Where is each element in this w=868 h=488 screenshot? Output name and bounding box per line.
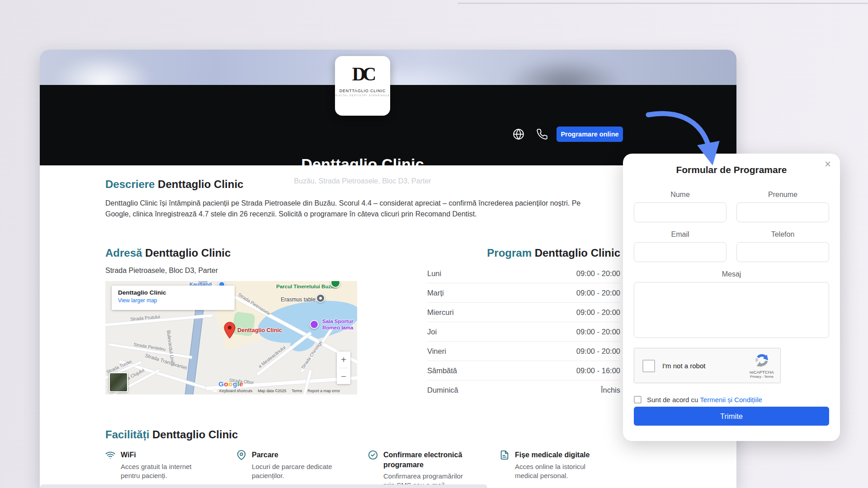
- mesaj-label: Mesaj: [623, 270, 840, 278]
- schedule-time: 09:00 - 20:00: [576, 328, 620, 336]
- programare-online-button[interactable]: Programare online: [557, 127, 623, 142]
- recaptcha-widget: I'm not a robot reCAPTCHA Privacy - Term…: [634, 348, 781, 383]
- map-attribution: Keyboard shortcuts Map data ©2025 Terms …: [219, 389, 340, 393]
- recaptcha-label: I'm not a robot: [662, 362, 705, 370]
- map-terms-link[interactable]: Terms: [292, 389, 302, 393]
- poi-label-erasmus: Erasmus table: [281, 296, 316, 303]
- facility-desc: Acces online la istoricul medical person…: [515, 462, 597, 481]
- schedule-heading-name: Denttaglio Clinic: [535, 247, 620, 259]
- prenume-label: Prenume: [736, 191, 829, 199]
- terms-checkbox[interactable]: [634, 396, 642, 404]
- map-overlay-card: Denttaglio Clinic View larger map: [112, 286, 235, 310]
- schedule-heading: Program Denttaglio Clinic: [427, 247, 620, 259]
- schedule-time: 09:00 - 20:00: [576, 308, 620, 317]
- description-text: Denttaglio Clinic își întâmpină pacienți…: [105, 198, 606, 220]
- schedule-row: Vineri09:00 - 20:00: [427, 342, 620, 361]
- map-overlay-title: Denttaglio Clinic: [118, 289, 228, 296]
- recaptcha-logo-icon: [754, 352, 769, 367]
- clinic-logo: DC DENTTAGLIO CLINIC DIGITAL DENTISTRY E…: [335, 56, 390, 116]
- schedule-heading-accent: Program: [487, 247, 532, 259]
- schedule-day: Sâmbătă: [427, 366, 457, 375]
- poi-label-park: Parcul Tineretului Buzău: [276, 284, 337, 289]
- schedule-table: Luni09:00 - 20:00 Marți09:00 - 20:00 Mie…: [427, 264, 620, 400]
- globe-icon[interactable]: [513, 128, 524, 140]
- wifi-icon: [105, 450, 115, 460]
- telefon-input[interactable]: [736, 242, 829, 262]
- recaptcha-checkbox[interactable]: [642, 360, 655, 372]
- map-data-text: Map data ©2025: [258, 389, 286, 393]
- clinic-marker-label: Denttaglio Clinic: [237, 327, 282, 333]
- email-input[interactable]: [634, 242, 726, 262]
- terms-link[interactable]: Termenii și Condițiile: [700, 396, 762, 404]
- facility-fise: Fișe medicale digitale Acces online la i…: [500, 450, 597, 480]
- modal-title: Formular de Programare: [623, 164, 840, 175]
- facility-parcare: Parcare Locuri de parcare dedicate pacie…: [236, 450, 356, 480]
- schedule-day: Vineri: [427, 347, 446, 356]
- facility-title: Fișe medicale digitale: [515, 450, 597, 460]
- facility-confirmare: Confirmare electronică programare Confir…: [368, 450, 467, 488]
- address-heading-name: Denttaglio Clinic: [145, 247, 231, 259]
- nume-label: Nume: [634, 191, 726, 199]
- facility-title: Confirmare electronică programare: [383, 450, 467, 469]
- facility-wifi: WiFi Acces gratuit la internet pentru pa…: [105, 450, 200, 480]
- map-satellite-toggle[interactable]: [109, 372, 128, 392]
- clinic-map-pin-icon[interactable]: [224, 322, 236, 339]
- terms-consent-row: Sunt de acord cu Termenii și Condițiile: [634, 396, 762, 404]
- facilities-heading-accent: Facilități: [105, 428, 149, 441]
- keyboard-shortcuts-link[interactable]: Keyboard shortcuts: [219, 389, 252, 393]
- poi-label-sala: Sala Sportur Romeo Iama: [322, 318, 353, 331]
- facility-desc: Locuri de parcare dedicate pacienților.: [252, 462, 356, 481]
- facilities-heading: Facilități Denttaglio Clinic: [105, 428, 238, 441]
- address-heading-accent: Adresă: [105, 247, 142, 259]
- nume-input[interactable]: [634, 202, 726, 222]
- report-map-error-link[interactable]: Report a map error: [307, 389, 340, 393]
- google-map-embed[interactable]: Strada Prutului Strada Pietroasele Strad…: [105, 281, 357, 394]
- schedule-row: Luni09:00 - 20:00: [427, 264, 620, 283]
- address-line: Strada Pietroasele, Bloc D3, Parter: [105, 267, 218, 275]
- description-heading-accent: Descriere: [105, 178, 155, 190]
- schedule-day: Joi: [427, 328, 437, 336]
- logo-monogram: DC: [335, 63, 390, 85]
- schedule-time: 09:00 - 16:00: [576, 366, 620, 375]
- schedule-row: DuminicăÎnchis: [427, 380, 620, 400]
- map-pin-icon: [236, 450, 246, 460]
- schedule-row: Marți09:00 - 20:00: [427, 283, 620, 303]
- recaptcha-brand: reCAPTCHA Privacy - Terms: [749, 352, 775, 379]
- google-logo: Google: [218, 380, 243, 388]
- schedule-row: Miercuri09:00 - 20:00: [427, 303, 620, 322]
- schedule-row: Joi09:00 - 20:00: [427, 322, 620, 342]
- recaptcha-brand-name: reCAPTCHA: [749, 370, 775, 375]
- description-heading-name: Denttaglio Clinic: [158, 178, 243, 190]
- map-zoom-control: + −: [337, 352, 350, 384]
- next-section-edge: [40, 484, 487, 488]
- recaptcha-privacy-terms-links[interactable]: Privacy - Terms: [749, 375, 775, 379]
- schedule-time: 09:00 - 20:00: [576, 289, 620, 297]
- prenume-input[interactable]: [736, 202, 829, 222]
- sala-marker-icon[interactable]: [310, 320, 319, 329]
- map-zoom-out-button[interactable]: −: [337, 368, 350, 385]
- schedule-time: 09:00 - 20:00: [576, 347, 620, 356]
- booking-form-modal: × Formular de Programare Nume Prenume Em…: [623, 154, 840, 441]
- schedule-day: Duminică: [427, 386, 458, 394]
- mesaj-textarea[interactable]: [634, 282, 829, 338]
- schedule-day: Marți: [427, 289, 444, 297]
- hero-blur-blob: [505, 58, 623, 85]
- submit-button[interactable]: Trimite: [634, 407, 829, 426]
- facility-title: WiFi: [121, 450, 200, 460]
- window-top-edge: [458, 3, 868, 4]
- schedule-time: Închis: [601, 386, 620, 394]
- telefon-label: Telefon: [736, 230, 829, 239]
- document-icon: [500, 450, 509, 460]
- phone-icon[interactable]: [536, 128, 548, 140]
- erasmus-marker-icon[interactable]: [316, 294, 325, 303]
- facility-title: Parcare: [252, 450, 356, 460]
- email-label: Email: [634, 230, 726, 239]
- schedule-time: 09:00 - 20:00: [576, 269, 620, 278]
- map-zoom-in-button[interactable]: +: [337, 352, 350, 368]
- terms-text: Sunt de acord cu Termenii și Condițiile: [647, 396, 762, 404]
- schedule-day: Luni: [427, 269, 441, 278]
- description-heading: Descriere Denttaglio Clinic: [105, 178, 243, 191]
- schedule-row: Sâmbătă09:00 - 16:00: [427, 361, 620, 380]
- facilities-heading-name: Denttaglio Clinic: [152, 428, 238, 441]
- view-larger-map-link[interactable]: View larger map: [118, 297, 228, 304]
